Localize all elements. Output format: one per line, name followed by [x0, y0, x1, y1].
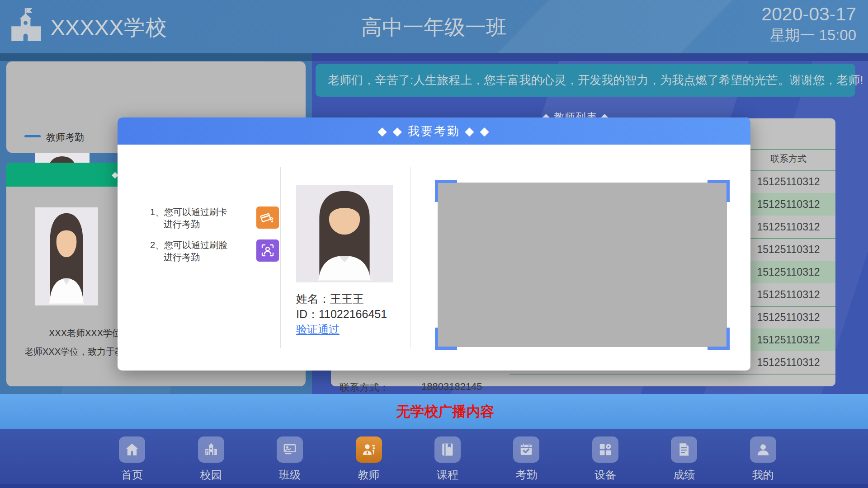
- phone-row: 15125110312: [741, 283, 835, 306]
- broadcast-text: 无学校广播内容: [11, 394, 868, 429]
- nav-item-教师[interactable]: 教师: [329, 436, 408, 482]
- nav-label: 设备: [566, 468, 645, 482]
- nav-label: 首页: [93, 468, 171, 482]
- teacher-bio-line2: 老师XXX学位，致力于教育: [24, 346, 133, 358]
- table-divider-line: [509, 374, 835, 375]
- step-line2: 进行考勤: [150, 251, 263, 263]
- smart-class-board-screen: XXXXX学校 高中一年级一班 2020-03-17 星期一 15:00 老师们…: [0, 0, 868, 488]
- nav-item-成绩[interactable]: 成绩: [645, 436, 723, 482]
- modal-name-row: 姓名：王王王: [296, 291, 364, 306]
- phone-row: 15125110312: [741, 216, 835, 238]
- card-swipe-icon: [256, 206, 279, 229]
- modal-divider: [280, 167, 281, 348]
- card-title: 教师考勤: [46, 131, 84, 144]
- attendance-instructions: 1、您可以通过刷卡进行考勤2、您可以通过刷脸进行考勤: [150, 206, 263, 272]
- phone-row: 15125110312: [741, 238, 835, 261]
- camera-viewport: [435, 180, 730, 350]
- contact-column-header: 联系方式: [741, 153, 835, 165]
- class-icon: [277, 436, 303, 463]
- nav-item-考勤[interactable]: 考勤: [487, 436, 566, 482]
- attendance-step: 1、您可以通过刷卡进行考勤: [150, 206, 263, 231]
- campus-icon: [198, 436, 224, 463]
- verified-teacher-photo: [296, 185, 393, 282]
- home-icon: [119, 436, 145, 463]
- nav-item-课程[interactable]: 课程: [408, 436, 487, 482]
- nav-label: 我的: [724, 468, 802, 482]
- camera-feed-placeholder: [438, 183, 727, 347]
- modal-title: ◆ ◆ 我要考勤 ◆ ◆: [118, 117, 750, 145]
- greeting-message: 老师们，辛苦了:人生旅程上，您丰富我的心灵，开发我的智力，为我点燃了希望的光芒。…: [328, 64, 863, 97]
- attendance-icon: [513, 436, 539, 463]
- weekday-time-display: 星期一 15:00: [770, 25, 856, 46]
- phone-column: 1512511031215125110312151251103121512511…: [741, 170, 835, 374]
- nav-item-设备[interactable]: 设备: [566, 436, 645, 482]
- bottom-nav-bar: 首页校园班级教师课程考勤设备成绩我的: [0, 429, 868, 484]
- nav-item-我的[interactable]: 我的: [724, 436, 802, 482]
- nav-label: 教师: [329, 468, 408, 482]
- header-shadow-band-right: [312, 53, 868, 61]
- bottom-strip-decoration: [0, 484, 868, 488]
- title-dash-decoration: [24, 135, 41, 137]
- phone-row: 15125110312: [741, 351, 835, 374]
- camera-frame-corner: [435, 328, 457, 350]
- score-icon: [671, 436, 697, 463]
- course-icon: [434, 436, 461, 463]
- contact-label: 联系方式：: [340, 381, 389, 394]
- broadcast-bar: 无学校广播内容: [0, 394, 868, 429]
- nav-item-班级[interactable]: 班级: [250, 436, 329, 482]
- nav-label: 班级: [250, 468, 329, 482]
- contact-value: 18803182145: [421, 381, 482, 393]
- nav-label: 考勤: [487, 468, 566, 482]
- nav-item-校园[interactable]: 校园: [171, 436, 250, 482]
- class-name-title: 高中一年级一班: [0, 14, 868, 42]
- header: XXXXX学校 高中一年级一班 2020-03-17 星期一 15:00: [0, 0, 868, 53]
- phone-row: 15125110312: [741, 193, 835, 216]
- attendance-step: 2、您可以通过刷脸进行考勤: [150, 239, 263, 264]
- nav-label: 成绩: [645, 468, 723, 482]
- face-scan-icon: [256, 239, 279, 262]
- phone-row: 15125110312: [741, 261, 835, 283]
- nav-items: 首页校园班级教师课程考勤设备成绩我的: [93, 436, 802, 482]
- camera-frame-corner: [708, 180, 730, 202]
- phone-row: 15125110312: [741, 328, 835, 351]
- phone-row: 15125110312: [741, 170, 835, 193]
- modal-id-row: ID：11022166451: [296, 307, 387, 322]
- modal-header: ◆ ◆ 我要考勤 ◆ ◆: [118, 117, 750, 145]
- nav-label: 课程: [408, 468, 487, 482]
- nav-item-首页[interactable]: 首页: [93, 436, 171, 482]
- date-display: 2020-03-17: [761, 4, 856, 25]
- teacher-greeting-banner: 老师们，辛苦了:人生旅程上，您丰富我的心灵，开发我的智力，为我点燃了希望的光芒。…: [316, 64, 855, 97]
- attendance-modal: ◆ ◆ 我要考勤 ◆ ◆ 1、您可以通过刷卡进行考勤2、您可以通过刷脸进行考勤 …: [118, 117, 750, 371]
- camera-frame-corner: [435, 180, 457, 202]
- modal-divider: [410, 167, 411, 348]
- step-line1: 2、您可以通过刷脸: [150, 239, 263, 251]
- mine-icon: [750, 436, 776, 463]
- nav-label: 校园: [171, 468, 250, 482]
- camera-frame-corner: [708, 328, 730, 350]
- step-line1: 1、您可以通过刷卡: [150, 206, 263, 218]
- teacher-profile-photo: [35, 207, 98, 305]
- device-icon: [592, 436, 618, 463]
- verify-status-link[interactable]: 验证通过: [296, 322, 340, 337]
- phone-row: 15125110312: [741, 306, 835, 328]
- teacher-icon: [356, 436, 382, 463]
- step-line2: 进行考勤: [150, 218, 263, 230]
